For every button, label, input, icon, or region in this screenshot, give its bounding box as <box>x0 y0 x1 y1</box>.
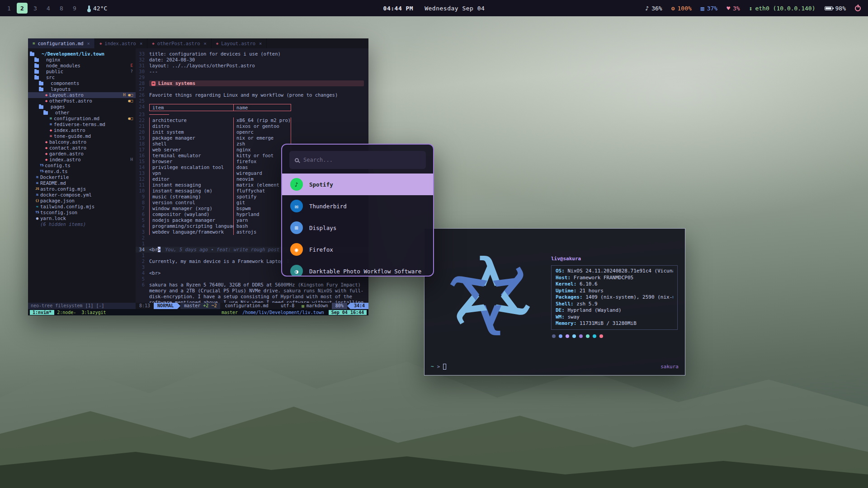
powerline-separator <box>347 303 350 309</box>
fetch-value: 1409 (nix-system), 2590 (nix-user) <box>583 294 673 300</box>
folder-icon <box>43 111 48 115</box>
search-input[interactable] <box>303 157 420 163</box>
tree-item[interactable]: ≡ README.md <box>28 180 136 186</box>
fetch-user-host: liv@sakura <box>551 256 678 262</box>
tmux-cwd: /home/liv/Development/liv.town <box>242 310 324 315</box>
line-number: 26 <box>136 92 149 98</box>
launcher-entry[interactable]: ⊞ Displays <box>282 217 433 239</box>
tree-item[interactable]: ≡ fediverse-terms.md <box>28 122 136 127</box>
terminal-color-palette <box>551 334 678 338</box>
tree-item[interactable]: ≡ tone-guide.md <box>28 133 136 139</box>
launcher-entry[interactable]: ◉ Firefox <box>282 239 433 260</box>
tree-item[interactable]: ~/Development/liv.town <box>28 51 136 57</box>
line-number: 2 <box>136 258 149 264</box>
tree-item[interactable]: components <box>28 80 136 86</box>
tree-item[interactable]: ◆ contact.astro <box>28 145 136 151</box>
launcher-entry-label: Thunderbird <box>309 203 347 210</box>
table-row: 22 architecture x86_64 (rip m2 pro) <box>136 117 368 123</box>
tmux-datetime: Sep 04 16:44 <box>329 310 367 315</box>
tmux-window-tab[interactable]: 2:node- <box>54 310 79 315</box>
table-header-item: item <box>149 104 233 111</box>
line-number: 6 <box>136 211 149 217</box>
tree-item[interactable]: pages <box>28 104 136 110</box>
file-icon: ≡ <box>48 133 54 139</box>
statusline-neotree-label: neo-tree filesystem [1] [-] <box>31 303 104 309</box>
tree-item[interactable]: node_modules E <box>28 63 136 69</box>
tree-item[interactable]: ◆ balcony.astro <box>28 139 136 145</box>
tree-item[interactable]: JS astro.config.mjs <box>28 186 136 192</box>
shell-prompt[interactable]: ~ > <box>431 364 446 370</box>
folder-icon <box>39 88 43 91</box>
tree-item[interactable]: src <box>28 75 136 80</box>
editor-line: 26 Favorite things regarding Linux and m… <box>136 92 368 98</box>
tree-item[interactable]: (6 hidden items) <box>28 221 136 227</box>
table-row: 21 distro nixos or gentoo <box>136 123 368 129</box>
tree-item[interactable]: ◆ Layout.astro H ●□ <box>28 92 136 98</box>
tree-item[interactable]: nginx <box>28 57 136 63</box>
line-number: 18 <box>136 141 149 147</box>
folder-icon <box>39 82 43 85</box>
tree-item[interactable]: TS config.ts <box>28 163 136 169</box>
tree-item-label: Dockerfile <box>40 174 69 180</box>
tree-item-label: garden.astro <box>49 151 84 157</box>
powerline-separator <box>177 303 180 309</box>
app-launcher: ♪ Spotify ✉ Thunderbird ⊞ Displays ◉ Fir… <box>281 144 434 277</box>
tree-item[interactable]: {} package.json <box>28 198 136 204</box>
line-number: 5 <box>136 217 149 223</box>
tree-item[interactable]: TS env.d.ts <box>28 169 136 174</box>
buffer-tab[interactable]: ◆ index.astro × <box>95 38 147 48</box>
tree-item[interactable]: ● yarn.lock <box>28 216 136 221</box>
launcher-entry-label: Firefox <box>309 246 333 253</box>
buffer-tab[interactable]: ≡ configuration.md × <box>28 38 95 48</box>
fetch-label: Uptime: <box>556 288 576 294</box>
terminal-window[interactable]: λ λ λ λ λ λ liv@sakura OS: NixOS 24.11.2… <box>424 228 685 375</box>
buffer-tab[interactable]: ◆ Layout.astro × <box>212 38 267 48</box>
tree-item-label: package.json <box>40 198 75 204</box>
file-icon: JS <box>34 186 40 192</box>
file-icon: ◆ <box>43 157 49 163</box>
table-cell-name: openrc <box>233 129 291 135</box>
tree-item[interactable]: other <box>28 110 136 116</box>
line-number: 14 <box>136 164 149 170</box>
statusline: neo-tree filesystem [1] [-] 8:13 NORMAL … <box>28 303 368 309</box>
tree-item[interactable]: public ? <box>28 69 136 75</box>
tree-item-label: env.d.ts <box>45 169 68 174</box>
line-number: 32 <box>136 57 149 63</box>
tmux-window-tab[interactable]: 1:nvim* <box>30 310 54 315</box>
tmux-window-tab[interactable]: 3:lazygit <box>79 310 108 315</box>
fetch-info-line: Shell: zsh 5.9 <box>556 301 673 308</box>
launcher-entry[interactable]: ✉ Thunderbird <box>282 195 433 217</box>
prompt-symbol: > <box>437 364 440 370</box>
close-icon[interactable]: × <box>259 41 262 46</box>
close-icon[interactable]: × <box>203 41 206 46</box>
tree-item[interactable]: ◆ index.astro <box>28 127 136 133</box>
close-icon[interactable]: × <box>87 41 90 46</box>
launcher-entry-label: Darktable Photo Workflow Software <box>309 268 421 275</box>
git-branch-segment: master +2 ~2 <box>180 303 220 309</box>
power-icon[interactable] <box>855 5 861 11</box>
tree-item[interactable]: ≈ tailwind.config.mjs <box>28 204 136 210</box>
file-icon: ◆ <box>43 151 49 157</box>
tree-item[interactable]: ≡ configuration.md ●□ <box>28 116 136 122</box>
folder-icon <box>34 64 39 68</box>
tree-item[interactable]: layouts <box>28 86 136 92</box>
buffer-tab-label: index.astro <box>104 41 136 46</box>
line-number: 20 <box>136 129 149 135</box>
tree-item[interactable]: ◆ garden.astro <box>28 151 136 157</box>
line-number: 4 <box>136 270 149 276</box>
table-cell-item: version control <box>149 200 233 206</box>
tree-item[interactable]: ◆ otherPost.astro ●□ <box>28 98 136 104</box>
tree-item[interactable]: ◆ index.astro H <box>28 157 136 163</box>
tree-item[interactable]: ≋ docker-compose.yml <box>28 192 136 198</box>
tree-item[interactable]: ≋ Dockerfile <box>28 174 136 180</box>
buffer-tab[interactable]: ◆ otherPost.astro × <box>147 38 212 48</box>
table-separator-row: 23 <box>136 112 368 117</box>
table-cell-name: x86_64 (rip m2 pro) <box>233 117 291 123</box>
tree-item-label: astro.config.mjs <box>40 186 86 192</box>
launcher-entry[interactable]: ♪ Spotify <box>282 174 433 195</box>
line-number: 7 <box>136 206 149 211</box>
close-icon[interactable]: × <box>140 41 142 46</box>
launcher-entry[interactable]: ◑ Darktable Photo Workflow Software <box>282 260 433 277</box>
tree-item[interactable]: TS tsconfig.json <box>28 210 136 216</box>
filetype-icon: ◆ <box>152 41 154 46</box>
